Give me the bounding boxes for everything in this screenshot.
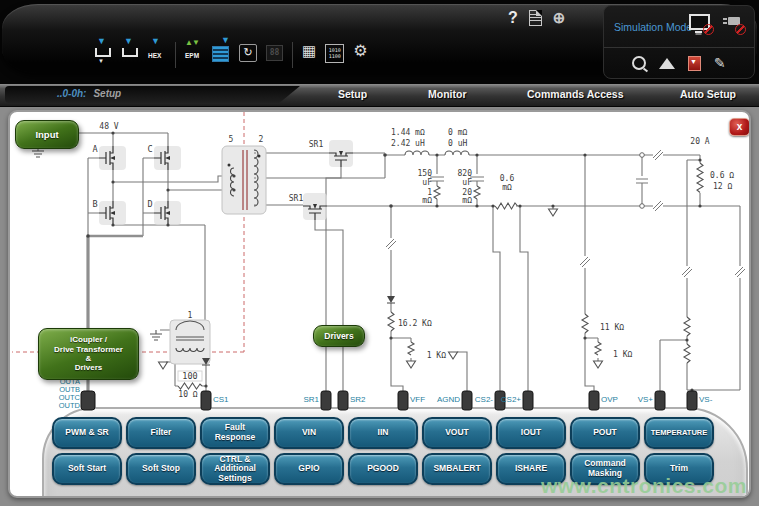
schematic-wires: [38, 133, 740, 391]
download-button[interactable]: ▼: [121, 40, 139, 72]
tab-commands-access[interactable]: Commands Access: [527, 88, 623, 100]
edit-pencil-button[interactable]: ✎: [714, 55, 726, 71]
toolbar-separator: [175, 42, 176, 68]
pin-label-vsn: VS-: [699, 395, 713, 404]
mosfet-a: [99, 146, 126, 170]
ovp-res-bottom-label: 1 KΩ: [613, 350, 632, 359]
button-pgood[interactable]: PGOOD: [348, 453, 418, 485]
mosfet-b: [99, 201, 126, 225]
outb-label: OUTB: [59, 385, 80, 394]
chip-download-button[interactable]: ▼: [212, 40, 230, 72]
hex-label: HEX: [148, 52, 161, 59]
toolbar-separator: [292, 42, 293, 68]
button-iout[interactable]: IOUT: [496, 417, 566, 449]
mosfet-sr1-top: [329, 140, 353, 167]
toolbar-icon-row: ▼ ▼ ▼ ▼ HEX ▲▼ EPM ▼ ↻ 88 ▦ 1010 1100 ⚙: [94, 40, 368, 74]
button-fault-response[interactable]: Fault Response: [200, 417, 270, 449]
button-vin[interactable]: VIN: [274, 417, 344, 449]
waveform-scope-button[interactable]: [659, 58, 675, 69]
button-temperature[interactable]: TEMPERATURE: [644, 417, 714, 449]
no-connection-icon: [735, 24, 746, 35]
epm-arrows-icon: ▲▼: [185, 38, 199, 47]
pin-label-vff: VFF: [410, 395, 425, 404]
button-iin[interactable]: IIN: [348, 417, 418, 449]
epm-button[interactable]: ▲▼ EPM: [185, 40, 203, 72]
pin-label-ovp: OVP: [601, 395, 618, 404]
l2-ind-label: 0 uH: [448, 139, 467, 148]
vff-diode: [387, 296, 395, 303]
simulation-mode-label: Simulation Mode: [614, 21, 692, 33]
junction-dots: [86, 131, 701, 391]
mosfet-d: [154, 201, 181, 225]
button-pwm-sr[interactable]: PWM & SR: [52, 417, 122, 449]
top-toolbar: ▼ ▼ ▼ ▼ HEX ▲▼ EPM ▼ ↻ 88 ▦ 1010 1100 ⚙: [0, 0, 759, 84]
sr-bottom-label: SR1: [289, 194, 304, 203]
inductors: [405, 151, 469, 155]
fet-a-label: A: [92, 144, 97, 154]
button-soft-start[interactable]: Soft Start: [52, 453, 122, 485]
button-pout[interactable]: POUT: [570, 417, 640, 449]
tray-icon: [122, 48, 138, 57]
shunt-unit: mΩ: [502, 183, 512, 192]
binary-code-button[interactable]: 1010 1100: [325, 44, 344, 63]
c2-unit: uF: [462, 178, 472, 187]
display-88-button[interactable]: 88: [266, 45, 283, 61]
tab-setup[interactable]: Setup: [338, 88, 367, 100]
menu-bar: ..0-0h:Setup Setup Monitor Commands Acce…: [0, 84, 759, 107]
l2-res-label: 0 mΩ: [448, 128, 467, 137]
tab-auto-setup[interactable]: Auto Setup: [680, 88, 736, 100]
load-res2-label: 12 Ω: [713, 182, 732, 191]
resistors: [178, 163, 703, 389]
pin-label-sr1: SR1: [303, 395, 319, 404]
pin-label-cs1: CS1: [213, 395, 229, 404]
pin-label-cs2p: CS2+: [501, 395, 522, 404]
current-transformer: [170, 320, 210, 381]
sr-top-label: SR1: [309, 140, 324, 149]
register-table-button[interactable]: ▦: [302, 40, 316, 62]
download-to-board-button[interactable]: ▼ ▼: [94, 40, 112, 72]
report-document-button[interactable]: [529, 10, 542, 26]
download-hex-button[interactable]: ▼ HEX: [148, 40, 166, 72]
button-smbalert[interactable]: SMBALERT: [422, 453, 492, 485]
settings-gear-button[interactable]: ⚙: [353, 40, 367, 62]
mosfet-sr1-bottom: [303, 193, 327, 220]
board-triangle-icon: ▼: [98, 58, 104, 64]
web-globe-button[interactable]: ⊕: [553, 9, 566, 27]
icoupler-block-button[interactable]: iCoupler / Drive Transformer & Drivers: [38, 328, 139, 380]
c2-esr: 20: [462, 188, 472, 197]
button-gpio[interactable]: GPIO: [274, 453, 344, 485]
tray-icon: [95, 48, 111, 57]
mosfet-c: [154, 146, 181, 170]
refresh-loop-button[interactable]: ↻: [239, 44, 257, 62]
fet-d-label: D: [147, 199, 152, 209]
c1-unit: uF: [422, 178, 432, 187]
close-button[interactable]: x: [729, 118, 750, 136]
button-ctrl-additional-settings[interactable]: CTRL & Additional Settings: [200, 453, 270, 485]
watermark: www.cntronics.com: [541, 474, 747, 498]
xfmr-secondary-turns: 2: [259, 135, 264, 144]
load-current-label: 20 A: [690, 137, 709, 146]
simulation-tools-row: ✎: [604, 47, 754, 78]
ovp-res-top-label: 11 KΩ: [600, 323, 624, 332]
chip-program-button[interactable]: [688, 56, 701, 71]
status-text: ..0-0h:Setup: [57, 88, 121, 99]
ct-secondary-turns: 100: [182, 371, 197, 381]
l1-res-label: 1.44 mΩ: [391, 128, 425, 137]
tab-monitor[interactable]: Monitor: [428, 88, 467, 100]
button-filter[interactable]: Filter: [126, 417, 196, 449]
status-address: ..0-0h:: [57, 88, 86, 99]
agnd-res-label: 1 KΩ: [427, 351, 446, 360]
button-soft-stop[interactable]: Soft Stop: [126, 453, 196, 485]
simulation-mode-panel: Simulation Mode ✎: [603, 5, 755, 79]
help-button[interactable]: ?: [508, 9, 518, 27]
drivers-block-button[interactable]: Drivers: [313, 325, 365, 347]
zoom-magnifier-button[interactable]: [632, 56, 646, 70]
fet-b-label: B: [92, 199, 97, 209]
pin-label-vsp: VS+: [638, 395, 654, 404]
help-group: ? ⊕: [508, 9, 565, 27]
c1-esr-unit: mΩ: [422, 196, 432, 205]
outc-label: OUTC: [59, 393, 81, 402]
input-block-button[interactable]: Input: [15, 120, 79, 149]
status-recess: [5, 86, 300, 103]
button-vout[interactable]: VOUT: [422, 417, 492, 449]
